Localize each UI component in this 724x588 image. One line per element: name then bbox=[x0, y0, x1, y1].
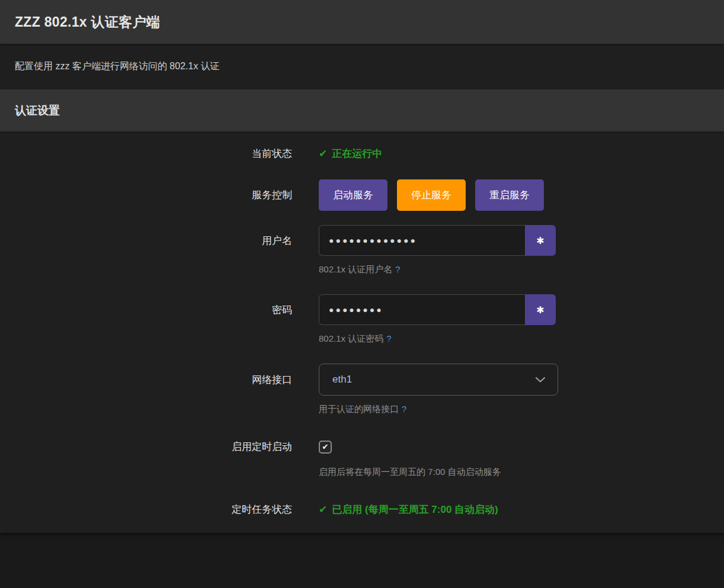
password-help-icon[interactable]: ? bbox=[386, 333, 391, 343]
section-title: 认证设置 bbox=[15, 103, 60, 118]
scheduled-start-label: 启用定时启动 bbox=[0, 440, 292, 454]
username-label: 用户名 bbox=[0, 234, 292, 248]
interface-hint: 用于认证的网络接口? bbox=[319, 404, 406, 414]
username-input[interactable] bbox=[319, 225, 525, 256]
current-status-row: 当前状态 ✔正在运行中 bbox=[0, 147, 724, 160]
service-control-label: 服务控制 bbox=[0, 188, 292, 202]
username-row: 用户名 ✱ 802.1x 认证用户名? bbox=[0, 225, 724, 275]
interface-select[interactable]: eth1 bbox=[319, 364, 558, 396]
cron-status-value: ✔已启用 (每周一至周五 7:00 自动启动) bbox=[319, 503, 498, 516]
stop-service-button[interactable]: 停止服务 bbox=[397, 179, 466, 211]
auth-settings-form: 当前状态 ✔正在运行中 服务控制 启动服务 停止服务 重启服务 用户名 bbox=[0, 131, 724, 533]
password-input[interactable] bbox=[319, 294, 525, 325]
service-control-row: 服务控制 启动服务 停止服务 重启服务 bbox=[0, 179, 724, 211]
cron-status-label: 定时任务状态 bbox=[0, 503, 292, 516]
interface-label: 网络接口 bbox=[0, 373, 292, 387]
scheduled-start-checkbox[interactable]: ✔ bbox=[319, 441, 332, 454]
cron-status-row: 定时任务状态 ✔已启用 (每周一至周五 7:00 自动启动) bbox=[0, 503, 724, 516]
password-hint: 802.1x 认证密码? bbox=[319, 333, 392, 343]
password-label: 密码 bbox=[0, 303, 292, 317]
asterisk-icon: ✱ bbox=[536, 304, 544, 316]
scheduled-start-row: 启用定时启动 ✔ 启用后将在每周一至周五的 7:00 自动启动服务 bbox=[0, 440, 724, 478]
username-hint: 802.1x 认证用户名? bbox=[319, 264, 401, 274]
asterisk-icon: ✱ bbox=[536, 235, 544, 246]
interface-selected-value: eth1 bbox=[332, 374, 352, 385]
scheduled-start-hint: 启用后将在每周一至周五的 7:00 自动启动服务 bbox=[319, 467, 501, 477]
check-icon: ✔ bbox=[319, 148, 327, 159]
current-status-value: ✔正在运行中 bbox=[319, 147, 382, 160]
password-reveal-button[interactable]: ✱ bbox=[525, 294, 556, 325]
chevron-down-icon bbox=[535, 376, 546, 383]
interface-row: 网络接口 eth1 用于认证的网络接口? bbox=[0, 364, 724, 415]
check-icon: ✔ bbox=[319, 504, 327, 515]
interface-help-icon[interactable]: ? bbox=[402, 404, 406, 414]
title-bar: ZZZ 802.1x 认证客户端 bbox=[0, 0, 724, 44]
page-title: ZZZ 802.1x 认证客户端 bbox=[15, 13, 160, 31]
page-description: 配置使用 zzz 客户端进行网络访问的 802.1x 认证 bbox=[15, 60, 220, 73]
start-service-button[interactable]: 启动服务 bbox=[319, 179, 387, 211]
current-status-label: 当前状态 bbox=[0, 147, 292, 160]
section-header: 认证设置 bbox=[0, 89, 724, 131]
password-row: 密码 ✱ 802.1x 认证密码? bbox=[0, 294, 724, 345]
page-description-bar: 配置使用 zzz 客户端进行网络访问的 802.1x 认证 bbox=[0, 44, 724, 89]
checkmark-icon: ✔ bbox=[322, 442, 329, 451]
username-reveal-button[interactable]: ✱ bbox=[525, 225, 556, 256]
username-help-icon[interactable]: ? bbox=[395, 264, 400, 274]
restart-service-button[interactable]: 重启服务 bbox=[475, 179, 544, 211]
